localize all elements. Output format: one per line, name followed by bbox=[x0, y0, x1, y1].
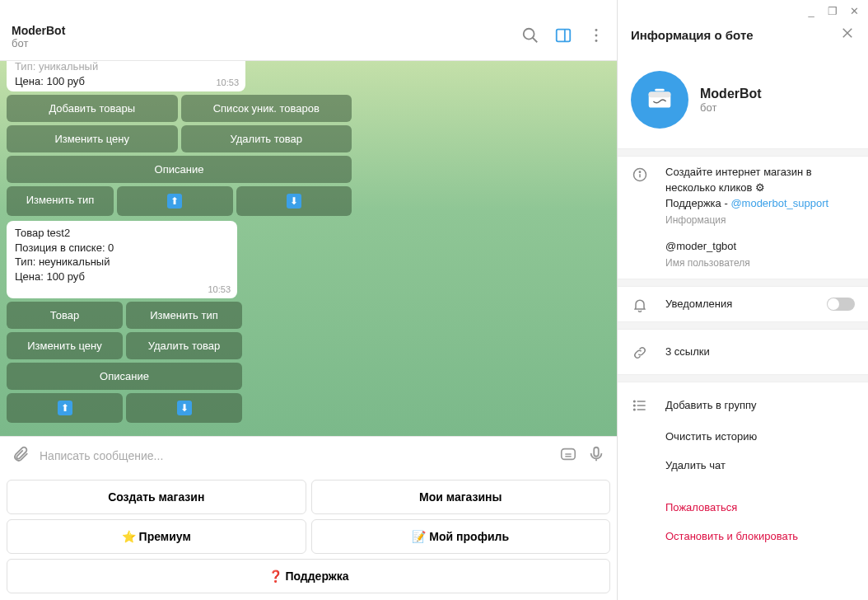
inline-down-button[interactable]: ⬇ bbox=[236, 186, 352, 216]
desc-prefix: Поддержка - bbox=[665, 197, 730, 209]
inline-description-button[interactable]: Описание bbox=[7, 156, 352, 183]
side-bot-name: ModerBot bbox=[700, 87, 762, 101]
inline-change-type-button[interactable]: Изменить тип bbox=[126, 302, 242, 329]
add-to-group-button[interactable]: Добавить в группу bbox=[618, 387, 868, 422]
inline-change-price-button[interactable]: Изменить цену bbox=[7, 125, 178, 152]
inline-change-price-button[interactable]: Изменить цену bbox=[7, 332, 123, 359]
svg-rect-13 bbox=[655, 89, 664, 91]
side-panel-title: Информация о боте bbox=[631, 28, 840, 42]
bot-keyboard-icon[interactable] bbox=[559, 445, 577, 466]
add-to-group-label: Добавить в группу bbox=[665, 399, 757, 411]
msg-line: Цена: 100 руб bbox=[15, 74, 237, 89]
side-panel-header: Информация о боте bbox=[618, 13, 868, 56]
svg-point-5 bbox=[595, 34, 598, 36]
support-link[interactable]: @moderbot_support bbox=[730, 197, 828, 209]
kb-create-shop-button[interactable]: Создать магазин bbox=[7, 480, 306, 514]
message-input[interactable] bbox=[40, 449, 549, 462]
msg-time: 10:53 bbox=[208, 284, 231, 296]
username-sub: Имя пользователя bbox=[665, 256, 855, 270]
msg-line: Позиция в списке: 0 bbox=[15, 241, 229, 255]
chat-subtitle: бот bbox=[12, 37, 521, 49]
arrow-up-icon: ⬆ bbox=[167, 194, 182, 209]
notifications-row[interactable]: Уведомления bbox=[618, 287, 868, 321]
stop-block-button[interactable]: Остановить и блокировать bbox=[618, 522, 868, 551]
svg-point-0 bbox=[524, 28, 534, 39]
msg-line: Товар test2 bbox=[15, 226, 229, 241]
svg-point-4 bbox=[595, 29, 598, 31]
message-bubble: Товар test2 Позиция в списке: 0 Тип: неу… bbox=[7, 221, 237, 298]
svg-point-21 bbox=[634, 405, 636, 406]
links-row[interactable]: 3 ссылки bbox=[618, 330, 868, 374]
desc-line: Создайте интернет магазин в несколько кл… bbox=[665, 165, 855, 196]
msg-line: Цена: 100 руб bbox=[15, 270, 229, 284]
bot-username[interactable]: @moder_tgbot bbox=[665, 239, 855, 255]
bot-description-row: Создайте интернет магазин в несколько кл… bbox=[618, 157, 868, 279]
svg-rect-2 bbox=[557, 29, 571, 41]
msg-time: 10:53 bbox=[216, 77, 239, 89]
svg-rect-8 bbox=[594, 448, 599, 457]
side-panel: Информация о боте ModerBot бот Создайте … bbox=[618, 0, 868, 600]
chat-header: ModerBot бот bbox=[0, 13, 617, 61]
close-icon[interactable] bbox=[840, 26, 855, 44]
kb-premium-button[interactable]: ⭐ Премиум bbox=[7, 519, 306, 554]
inline-unique-list-button[interactable]: Список уник. товаров bbox=[181, 95, 352, 122]
inline-down-button[interactable]: ⬇ bbox=[126, 393, 242, 423]
maximize-icon[interactable]: ❐ bbox=[825, 3, 840, 18]
arrow-up-icon: ⬆ bbox=[58, 401, 72, 415]
sidepanel-icon[interactable] bbox=[554, 26, 572, 48]
attach-icon[interactable] bbox=[12, 445, 30, 466]
messages-area: Тип: уникальный Цена: 100 руб 10:53 Доба… bbox=[0, 61, 617, 436]
input-area bbox=[0, 436, 617, 475]
links-label: 3 ссылки bbox=[665, 345, 855, 360]
more-icon[interactable] bbox=[587, 26, 605, 48]
arrow-down-icon: ⬇ bbox=[287, 194, 301, 209]
svg-point-22 bbox=[634, 409, 636, 410]
kb-my-shops-button[interactable]: Мои магазины bbox=[311, 480, 611, 514]
kb-my-profile-button[interactable]: 📝 Мой профиль bbox=[311, 519, 611, 554]
bot-info: ModerBot бот bbox=[618, 56, 868, 148]
report-button[interactable]: Пожаловаться bbox=[618, 493, 868, 522]
desc-sub: Информация bbox=[665, 213, 855, 227]
msg-line: Тип: неуникальный bbox=[15, 255, 229, 270]
search-icon[interactable] bbox=[521, 26, 539, 48]
action-list: Добавить в группу Очистить историю Удали… bbox=[618, 382, 868, 555]
minimize-icon[interactable]: _ bbox=[804, 3, 819, 18]
inline-change-type-button[interactable]: Изменить тип bbox=[7, 186, 114, 216]
message-bubble: Тип: уникальный Цена: 100 руб 10:53 bbox=[7, 61, 245, 91]
msg-line: Тип: уникальный bbox=[15, 61, 237, 74]
svg-rect-12 bbox=[649, 92, 671, 98]
notifications-label: Уведомления bbox=[665, 297, 810, 312]
window-controls: _ ❐ ✕ bbox=[804, 3, 861, 18]
inline-product-button[interactable]: Товар bbox=[7, 302, 123, 329]
list-icon bbox=[631, 397, 649, 414]
arrow-down-icon: ⬇ bbox=[177, 401, 192, 415]
inline-up-button[interactable]: ⬆ bbox=[117, 186, 233, 216]
link-icon bbox=[631, 345, 649, 361]
side-bot-type: бот bbox=[700, 101, 762, 114]
bot-avatar bbox=[631, 71, 688, 129]
svg-point-20 bbox=[634, 401, 636, 402]
inline-delete-product-button[interactable]: Удалить товар bbox=[126, 332, 242, 359]
reply-keyboard: Создать магазин Мои магазины ⭐ Премиум 📝… bbox=[0, 475, 617, 600]
kb-support-button[interactable]: ❓ Поддержка bbox=[7, 559, 610, 593]
delete-chat-button[interactable]: Удалить чат bbox=[618, 451, 868, 480]
info-icon bbox=[631, 166, 649, 183]
chat-title[interactable]: ModerBot bbox=[12, 24, 521, 37]
inline-add-products-button[interactable]: Добавить товары bbox=[7, 95, 178, 122]
svg-line-1 bbox=[533, 37, 538, 42]
inline-description-button[interactable]: Описание bbox=[7, 363, 242, 390]
svg-point-16 bbox=[639, 171, 640, 172]
notifications-toggle[interactable] bbox=[827, 298, 855, 311]
chat-area: ModerBot бот Тип: уникальный Цена: 100 р… bbox=[0, 0, 618, 600]
bell-icon bbox=[631, 297, 649, 313]
inline-delete-product-button[interactable]: Удалить товар bbox=[181, 125, 352, 152]
window-close-icon[interactable]: ✕ bbox=[847, 3, 861, 18]
inline-up-button[interactable]: ⬆ bbox=[7, 393, 123, 423]
microphone-icon[interactable] bbox=[587, 445, 605, 466]
clear-history-button[interactable]: Очистить историю bbox=[618, 422, 868, 451]
svg-point-6 bbox=[595, 39, 598, 41]
